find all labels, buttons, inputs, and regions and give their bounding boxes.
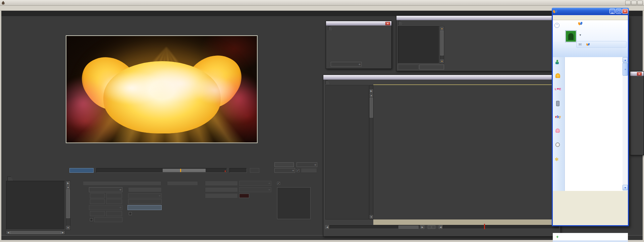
feedback-label — [301, 168, 317, 173]
scroll-right-icon[interactable]: ▶ — [421, 225, 424, 229]
revert-toggle[interactable] — [90, 217, 122, 222]
scroll-up-icon[interactable]: ▲ — [623, 57, 628, 63]
right-palette-close-icon[interactable]: ✕ — [637, 72, 642, 76]
add-favorite-button[interactable] — [398, 65, 419, 70]
msn-quick-links: ✉ — [576, 41, 627, 48]
toolbar-palette-titlebar[interactable] — [326, 21, 391, 26]
fixed-dropdown[interactable]: ÷ — [128, 193, 162, 198]
zoom-in-icon[interactable] — [432, 225, 435, 229]
cupcake-icon[interactable] — [555, 128, 560, 133]
mode-absolute-button[interactable] — [106, 211, 122, 216]
timeline-ruler[interactable] — [373, 219, 560, 225]
msn-contacts — [565, 58, 623, 190]
workspace-vscroll[interactable]: ▶ ▲ ▼ — [66, 181, 70, 230]
animate-button[interactable] — [274, 162, 294, 167]
phone-icon[interactable] — [556, 101, 559, 106]
operators-category-list — [398, 26, 439, 64]
menu-bar — [0, 6, 644, 11]
maximize-button[interactable] — [631, 1, 637, 5]
collapse-toggle-icon[interactable]: ⌃ — [554, 23, 559, 28]
workspace-hscroll[interactable]: ◀ ▶ — [6, 231, 65, 235]
msn-minimize-button[interactable]: ▁ — [609, 9, 615, 14]
scroll-up-icon[interactable]: ▲ — [66, 185, 70, 189]
scroll-left-icon[interactable]: ◀ — [325, 225, 329, 229]
operators-palette-titlebar[interactable] — [396, 16, 558, 20]
scroll-up-icon[interactable]: ▲ — [370, 93, 373, 97]
scroll-left-icon[interactable]: ◀ — [439, 225, 442, 229]
msn-search-row — [553, 240, 628, 242]
scroll-left-icon[interactable]: ◀ — [6, 231, 10, 234]
viewport[interactable] — [66, 35, 258, 143]
flower-icon[interactable]: ✻ — [555, 157, 559, 162]
scrub-playhead[interactable] — [180, 169, 181, 172]
scroll-down-icon[interactable]: ▼ — [370, 215, 373, 218]
timeline-grid[interactable] — [373, 85, 560, 219]
magnifier-mode-dropdown[interactable]: ÷ — [239, 181, 271, 186]
scroll-down-icon[interactable]: ▼ — [440, 59, 444, 63]
timeline-tab[interactable] — [325, 80, 330, 84]
selection-header — [83, 181, 161, 186]
snap-button[interactable] — [128, 199, 162, 204]
scroll-thumb[interactable]: ≡ — [623, 63, 628, 76]
scroll-right-icon[interactable]: ▶ — [66, 181, 70, 185]
timeline-tree-scrollbar[interactable]: ▶ ▲ ▼ — [369, 85, 373, 219]
love-icon[interactable]: L❤E — [555, 87, 561, 91]
zoom-out-icon[interactable] — [428, 225, 431, 229]
minimize-button[interactable] — [625, 1, 631, 5]
end-frame-field[interactable] — [229, 168, 247, 173]
magnification-dropdown[interactable]: ÷ — [239, 187, 271, 192]
feedback-toggle[interactable]: ✓ — [297, 168, 317, 173]
msn-close-button[interactable]: ✕ — [622, 9, 628, 14]
plus-icon: + — [556, 234, 559, 239]
msn-menu-bar — [553, 15, 628, 20]
source-dropdown[interactable]: ÷ — [89, 187, 122, 192]
ebay-icon[interactable]: eby — [555, 115, 561, 119]
scroll-thumb[interactable] — [66, 189, 70, 218]
remove-button[interactable] — [419, 65, 444, 70]
auto-snap-toggle[interactable] — [129, 211, 133, 216]
scrub-bar[interactable] — [96, 168, 227, 173]
msn-user-name[interactable]: ▼ — [579, 32, 582, 37]
box-color-swatch[interactable] — [239, 194, 249, 198]
box-color-label — [205, 193, 238, 198]
preview-toggle[interactable]: ✓ — [277, 181, 281, 186]
reference-px-button[interactable] — [127, 205, 162, 210]
msn-maximize-button[interactable]: ▢ — [616, 9, 622, 14]
scroll-down-icon[interactable]: ▼ — [623, 185, 628, 190]
track-position-button[interactable] — [106, 193, 122, 198]
close-button[interactable] — [637, 1, 643, 5]
audio-mute-button[interactable] — [250, 168, 259, 173]
scroll-right-icon[interactable]: ▶ — [61, 231, 65, 234]
operators-tab[interactable] — [398, 21, 403, 25]
red-marker — [484, 224, 485, 229]
toolbar-close-icon[interactable]: ✕ — [385, 22, 390, 25]
tree-hscroll-track[interactable] — [329, 225, 420, 229]
preview-dropdown[interactable]: ÷ — [297, 162, 317, 167]
mode-relative-button[interactable] — [90, 211, 105, 216]
toolbar-tab[interactable] — [328, 26, 333, 30]
current-frame-field[interactable] — [69, 168, 94, 173]
contacts-tab-icon[interactable] — [555, 60, 559, 64]
scroll-down-icon[interactable]: ▼ — [66, 226, 70, 230]
global-time-dropdown[interactable]: ÷ — [274, 168, 295, 173]
view-selector-dropdown[interactable]: ÷ — [331, 62, 362, 67]
operators-scrollbar[interactable]: ▲ ▼ — [440, 26, 444, 64]
grid-hscroll-track[interactable] — [443, 225, 559, 229]
soccer-icon[interactable] — [555, 143, 560, 147]
msn-scrollbar[interactable]: ▲ ≡ ▼ — [623, 57, 628, 191]
avatar[interactable] — [565, 30, 577, 42]
scrub-end-mark — [225, 170, 226, 172]
track-scale-button[interactable] — [90, 199, 105, 204]
msn-titlebar[interactable]: ▁ ▢ ✕ — [552, 8, 629, 15]
axis-dropdown[interactable]: ÷ — [89, 205, 122, 210]
msn-butterfly-icon — [553, 10, 557, 13]
bell-icon[interactable] — [555, 73, 560, 78]
track-rotation-button[interactable] — [106, 199, 122, 204]
scroll-up-icon[interactable]: ▲ — [440, 27, 444, 30]
track-off-button[interactable] — [90, 193, 105, 198]
workspace-tree — [6, 181, 65, 230]
add-contact-row[interactable]: + — [553, 233, 628, 240]
scroll-right-icon[interactable]: ▶ — [370, 89, 373, 93]
timeline-titlebar[interactable] — [323, 75, 560, 80]
tab-workspace[interactable] — [7, 176, 13, 181]
